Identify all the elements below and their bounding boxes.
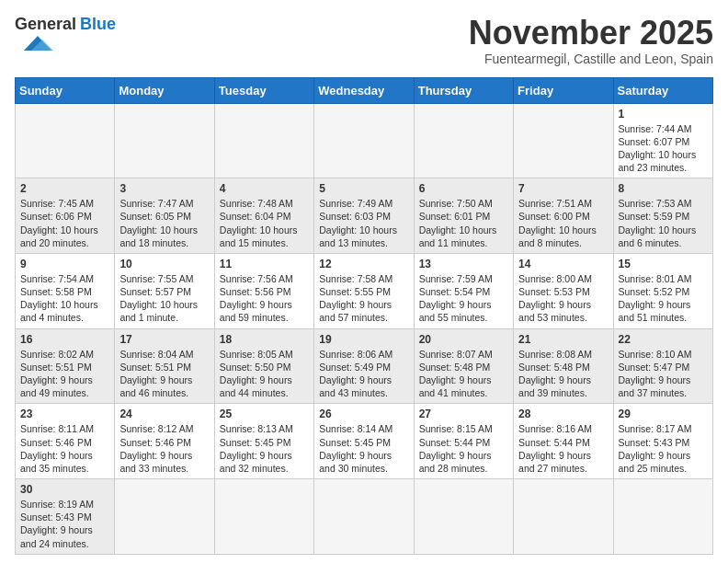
day-number: 6 <box>419 182 508 195</box>
calendar-cell: 1Sunrise: 7:44 AM Sunset: 6:07 PM Daylig… <box>613 103 712 178</box>
day-info: Sunrise: 8:08 AM Sunset: 5:48 PM Dayligh… <box>518 348 608 400</box>
day-info: Sunrise: 7:54 AM Sunset: 5:58 PM Dayligh… <box>20 272 109 325</box>
calendar-cell: 18Sunrise: 8:05 AM Sunset: 5:50 PM Dayli… <box>214 328 313 404</box>
day-number: 5 <box>319 182 408 195</box>
calendar-cell: 8Sunrise: 7:53 AM Sunset: 5:59 PM Daylig… <box>613 178 712 254</box>
weekday-header-friday: Friday <box>514 77 613 103</box>
week-row-4: 23Sunrise: 8:11 AM Sunset: 5:46 PM Dayli… <box>16 404 713 479</box>
day-number: 21 <box>518 333 608 346</box>
day-info: Sunrise: 8:13 AM Sunset: 5:45 PM Dayligh… <box>220 422 309 475</box>
calendar-cell: 28Sunrise: 8:16 AM Sunset: 5:44 PM Dayli… <box>514 404 613 479</box>
day-number: 19 <box>319 333 408 346</box>
calendar-cell <box>414 103 513 178</box>
week-row-2: 9Sunrise: 7:54 AM Sunset: 5:58 PM Daylig… <box>16 253 713 328</box>
calendar-cell: 25Sunrise: 8:13 AM Sunset: 5:45 PM Dayli… <box>214 404 313 479</box>
day-number: 30 <box>20 483 109 496</box>
day-info: Sunrise: 8:00 AM Sunset: 5:53 PM Dayligh… <box>518 272 608 325</box>
calendar-cell: 24Sunrise: 8:12 AM Sunset: 5:46 PM Dayli… <box>115 404 214 479</box>
calendar-cell: 21Sunrise: 8:08 AM Sunset: 5:48 PM Dayli… <box>514 328 613 404</box>
day-info: Sunrise: 8:15 AM Sunset: 5:44 PM Dayligh… <box>419 422 508 475</box>
weekday-header-thursday: Thursday <box>414 77 513 103</box>
weekday-header-tuesday: Tuesday <box>214 77 313 103</box>
weekday-header-saturday: Saturday <box>613 77 712 103</box>
calendar-cell: 6Sunrise: 7:50 AM Sunset: 6:01 PM Daylig… <box>414 178 513 254</box>
calendar-cell: 5Sunrise: 7:49 AM Sunset: 6:03 PM Daylig… <box>314 178 414 254</box>
week-row-0: 1Sunrise: 7:44 AM Sunset: 6:07 PM Daylig… <box>16 103 713 178</box>
calendar-cell: 20Sunrise: 8:07 AM Sunset: 5:48 PM Dayli… <box>414 328 513 404</box>
calendar-cell: 15Sunrise: 8:01 AM Sunset: 5:52 PM Dayli… <box>613 253 712 328</box>
day-info: Sunrise: 7:55 AM Sunset: 5:57 PM Dayligh… <box>119 272 209 325</box>
day-number: 25 <box>220 408 309 420</box>
day-number: 10 <box>119 258 209 270</box>
day-number: 16 <box>20 333 109 346</box>
day-info: Sunrise: 8:07 AM Sunset: 5:48 PM Dayligh… <box>419 348 508 400</box>
location-subtitle: Fuentearmegil, Castille and Leon, Spain <box>469 52 713 66</box>
day-number: 3 <box>119 182 209 195</box>
day-number: 22 <box>619 333 708 346</box>
weekday-header-monday: Monday <box>115 77 214 103</box>
calendar-cell: 23Sunrise: 8:11 AM Sunset: 5:46 PM Dayli… <box>16 404 115 479</box>
calendar-cell <box>613 479 712 555</box>
day-number: 2 <box>20 182 109 195</box>
logo-general: General <box>15 15 76 34</box>
day-info: Sunrise: 8:17 AM Sunset: 5:43 PM Dayligh… <box>619 422 708 475</box>
weekday-header-row: SundayMondayTuesdayWednesdayThursdayFrid… <box>16 77 713 103</box>
logo-icon <box>15 34 61 54</box>
calendar-cell: 14Sunrise: 8:00 AM Sunset: 5:53 PM Dayli… <box>514 253 613 328</box>
day-info: Sunrise: 8:01 AM Sunset: 5:52 PM Dayligh… <box>619 272 708 325</box>
day-info: Sunrise: 8:19 AM Sunset: 5:43 PM Dayligh… <box>20 498 109 550</box>
day-info: Sunrise: 7:47 AM Sunset: 6:05 PM Dayligh… <box>119 197 209 249</box>
day-info: Sunrise: 7:58 AM Sunset: 5:55 PM Dayligh… <box>319 272 408 325</box>
day-info: Sunrise: 7:51 AM Sunset: 6:00 PM Dayligh… <box>518 197 608 249</box>
calendar-cell <box>514 103 613 178</box>
calendar-cell: 30Sunrise: 8:19 AM Sunset: 5:43 PM Dayli… <box>16 479 115 555</box>
calendar-cell <box>214 103 313 178</box>
calendar-table: SundayMondayTuesdayWednesdayThursdayFrid… <box>15 77 713 555</box>
calendar-cell: 22Sunrise: 8:10 AM Sunset: 5:47 PM Dayli… <box>613 328 712 404</box>
day-info: Sunrise: 8:16 AM Sunset: 5:44 PM Dayligh… <box>518 422 608 475</box>
day-number: 1 <box>619 108 708 121</box>
day-info: Sunrise: 7:48 AM Sunset: 6:04 PM Dayligh… <box>220 197 309 249</box>
calendar-cell <box>115 103 214 178</box>
calendar-cell: 12Sunrise: 7:58 AM Sunset: 5:55 PM Dayli… <box>314 253 414 328</box>
day-info: Sunrise: 7:50 AM Sunset: 6:01 PM Dayligh… <box>419 197 508 249</box>
day-info: Sunrise: 7:53 AM Sunset: 5:59 PM Dayligh… <box>619 197 708 249</box>
day-number: 24 <box>119 408 209 420</box>
day-number: 28 <box>518 408 608 420</box>
day-number: 12 <box>319 258 408 270</box>
calendar-cell <box>214 479 313 555</box>
week-row-5: 30Sunrise: 8:19 AM Sunset: 5:43 PM Dayli… <box>16 479 713 555</box>
day-number: 15 <box>619 258 708 270</box>
header: General Blue November 2025 Fuentearmegil… <box>15 15 713 66</box>
calendar-cell: 2Sunrise: 7:45 AM Sunset: 6:06 PM Daylig… <box>16 178 115 254</box>
calendar-cell: 4Sunrise: 7:48 AM Sunset: 6:04 PM Daylig… <box>214 178 313 254</box>
day-info: Sunrise: 8:11 AM Sunset: 5:46 PM Dayligh… <box>20 422 109 475</box>
calendar-cell: 16Sunrise: 8:02 AM Sunset: 5:51 PM Dayli… <box>16 328 115 404</box>
calendar-cell: 13Sunrise: 7:59 AM Sunset: 5:54 PM Dayli… <box>414 253 513 328</box>
day-number: 13 <box>419 258 508 270</box>
month-title: November 2025 <box>469 15 713 52</box>
week-row-3: 16Sunrise: 8:02 AM Sunset: 5:51 PM Dayli… <box>16 328 713 404</box>
calendar-cell <box>115 479 214 555</box>
calendar-cell: 7Sunrise: 7:51 AM Sunset: 6:00 PM Daylig… <box>514 178 613 254</box>
day-number: 11 <box>220 258 309 270</box>
day-number: 29 <box>619 408 708 420</box>
day-info: Sunrise: 8:10 AM Sunset: 5:47 PM Dayligh… <box>619 348 708 400</box>
logo-area: General Blue <box>15 15 116 54</box>
weekday-header-wednesday: Wednesday <box>314 77 414 103</box>
day-info: Sunrise: 8:06 AM Sunset: 5:49 PM Dayligh… <box>319 348 408 400</box>
day-info: Sunrise: 8:02 AM Sunset: 5:51 PM Dayligh… <box>20 348 109 400</box>
calendar-cell: 27Sunrise: 8:15 AM Sunset: 5:44 PM Dayli… <box>414 404 513 479</box>
calendar-cell: 26Sunrise: 8:14 AM Sunset: 5:45 PM Dayli… <box>314 404 414 479</box>
calendar-cell: 19Sunrise: 8:06 AM Sunset: 5:49 PM Dayli… <box>314 328 414 404</box>
logo-blue: Blue <box>80 15 116 34</box>
week-row-1: 2Sunrise: 7:45 AM Sunset: 6:06 PM Daylig… <box>16 178 713 254</box>
day-info: Sunrise: 7:45 AM Sunset: 6:06 PM Dayligh… <box>20 197 109 249</box>
day-number: 7 <box>518 182 608 195</box>
calendar-cell: 3Sunrise: 7:47 AM Sunset: 6:05 PM Daylig… <box>115 178 214 254</box>
calendar-cell: 29Sunrise: 8:17 AM Sunset: 5:43 PM Dayli… <box>613 404 712 479</box>
title-area: November 2025 Fuentearmegil, Castille an… <box>469 15 713 66</box>
weekday-header-sunday: Sunday <box>16 77 115 103</box>
day-number: 14 <box>518 258 608 270</box>
day-info: Sunrise: 8:14 AM Sunset: 5:45 PM Dayligh… <box>319 422 408 475</box>
